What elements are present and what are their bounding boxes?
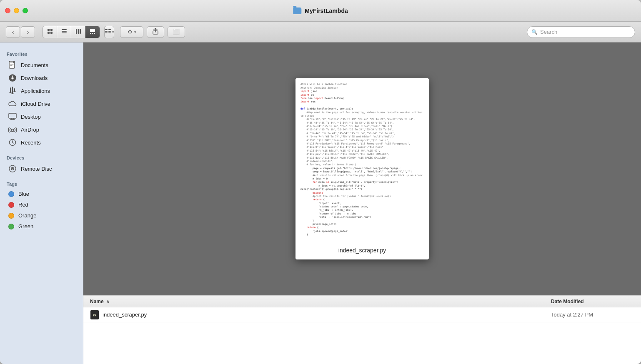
sidebar: Favorites Documents: [0, 42, 83, 364]
documents-icon: [8, 61, 17, 69]
sidebar-label-remote-disc: Remote Disc: [21, 166, 52, 172]
view-mode-group: [43, 26, 100, 38]
svg-rect-17: [108, 29, 111, 30]
icloud-icon: [8, 100, 17, 108]
sort-arrow-icon: ∧: [106, 299, 109, 304]
file-list-header: Name ∧ Date Modified: [83, 296, 641, 307]
tag-dot-green: [8, 224, 14, 229]
tag-dot-red: [8, 202, 14, 208]
nav-buttons: ‹ ›: [6, 26, 35, 38]
recents-icon: [8, 138, 17, 147]
icon-view-icon: [47, 28, 53, 35]
main-content: Favorites Documents: [0, 42, 641, 364]
minimize-button[interactable]: [14, 8, 19, 13]
svg-rect-12: [92, 33, 93, 34]
tag-button[interactable]: ⬜: [168, 26, 185, 38]
desktop-icon: [8, 112, 17, 121]
svg-rect-1: [50, 29, 53, 31]
svg-point-25: [11, 129, 14, 132]
sidebar-item-airdrop[interactable]: AirDrop: [3, 123, 80, 136]
svg-rect-7: [76, 29, 77, 34]
content-area: #this will be a lambda function #Author:…: [83, 42, 641, 364]
group-icon: [105, 28, 111, 35]
preview-area: #this will be a lambda function #Author:…: [83, 42, 641, 295]
sidebar-label-downloads: Downloads: [21, 75, 48, 81]
finder-window: MyFirstLambda ‹ ›: [0, 0, 641, 364]
file-name: indeed_scraper.py: [103, 312, 551, 318]
search-icon: 🔍: [531, 29, 538, 35]
sidebar-item-recents[interactable]: Recents: [3, 136, 80, 149]
sidebar-label-applications: Applications: [21, 88, 50, 94]
sidebar-item-tag-blue[interactable]: Blue: [3, 189, 80, 199]
sidebar-item-documents[interactable]: Documents: [3, 59, 80, 71]
sidebar-item-downloads[interactable]: Downloads: [3, 72, 80, 84]
icon-view-button[interactable]: [43, 26, 57, 38]
svg-rect-21: [9, 61, 15, 68]
sidebar-item-icloud[interactable]: iCloud Drive: [3, 97, 80, 110]
group-button[interactable]: ▾: [105, 26, 114, 38]
column-name-header[interactable]: Name ∧: [90, 299, 551, 304]
share-button[interactable]: [147, 26, 164, 38]
svg-rect-9: [80, 29, 81, 34]
sidebar-label-desktop: Desktop: [21, 114, 41, 120]
sidebar-label-icloud: iCloud Drive: [21, 101, 50, 107]
svg-rect-6: [62, 32, 67, 33]
file-preview-card: #this will be a lambda function #Author:…: [295, 78, 429, 259]
sidebar-item-tag-red[interactable]: Red: [3, 199, 80, 210]
list-view-button[interactable]: [57, 26, 71, 38]
share-icon: [153, 28, 158, 36]
file-date-modified: Today at 2:27 PM: [551, 312, 634, 318]
chevron-down-icon: ▾: [112, 30, 114, 34]
sidebar-item-tag-orange[interactable]: Orange: [3, 210, 80, 221]
svg-point-29: [12, 168, 13, 169]
group-sort-group: ▾: [104, 26, 114, 38]
gear-icon: ⚙: [128, 29, 133, 35]
column-date-label: Date Modified: [551, 299, 584, 304]
svg-rect-19: [108, 32, 111, 33]
window-title: MyFirstLambda: [305, 7, 348, 14]
settings-chevron-icon: ▾: [134, 30, 136, 34]
python-file-icon: [90, 310, 99, 319]
toolbar: ‹ ›: [0, 22, 641, 42]
downloads-icon: [8, 74, 17, 82]
svg-rect-3: [50, 32, 53, 34]
svg-rect-16: [105, 32, 108, 33]
list-view-icon: [61, 28, 67, 35]
sidebar-label-tag-orange: Orange: [18, 212, 36, 219]
file-list: Name ∧ Date Modified indeed_scraper.py T…: [83, 295, 641, 364]
sidebar-item-applications[interactable]: Applications: [3, 85, 80, 97]
svg-rect-18: [108, 31, 111, 32]
sidebar-item-remote-disc[interactable]: Remote Disc: [3, 162, 80, 175]
maximize-button[interactable]: [23, 8, 28, 13]
remote-disc-icon: [8, 165, 17, 173]
window-controls: [5, 8, 28, 13]
svg-rect-5: [62, 31, 67, 32]
settings-button[interactable]: ⚙ ▾: [120, 26, 143, 38]
search-bar[interactable]: 🔍 Search: [527, 26, 635, 38]
svg-rect-0: [48, 29, 50, 31]
sidebar-item-tag-green[interactable]: Green: [3, 221, 80, 232]
sidebar-label-recents: Recents: [21, 140, 41, 146]
forward-button[interactable]: ›: [21, 26, 35, 38]
applications-icon: [8, 87, 17, 95]
preview-code-content: #this will be a lambda function #Author:…: [295, 78, 429, 240]
back-button[interactable]: ‹: [6, 26, 20, 38]
sidebar-label-tag-green: Green: [18, 223, 33, 229]
svg-rect-24: [9, 113, 16, 118]
tag-icon: ⬜: [173, 29, 180, 35]
column-name-label: Name: [90, 299, 104, 304]
sidebar-label-documents: Documents: [21, 62, 48, 68]
table-row[interactable]: indeed_scraper.py Today at 2:27 PM: [83, 307, 641, 322]
search-placeholder: Search: [540, 29, 557, 35]
column-view-icon: [75, 28, 81, 35]
close-button[interactable]: [5, 8, 10, 13]
svg-rect-4: [62, 29, 67, 30]
column-date-header[interactable]: Date Modified: [551, 299, 634, 304]
svg-rect-13: [94, 33, 95, 34]
column-view-button[interactable]: [71, 26, 85, 38]
file-type-icon: [90, 310, 99, 319]
svg-rect-10: [90, 29, 95, 32]
gallery-view-button[interactable]: [85, 26, 100, 38]
sidebar-section-devices: Devices: [0, 153, 83, 162]
sidebar-item-desktop[interactable]: Desktop: [3, 110, 80, 123]
